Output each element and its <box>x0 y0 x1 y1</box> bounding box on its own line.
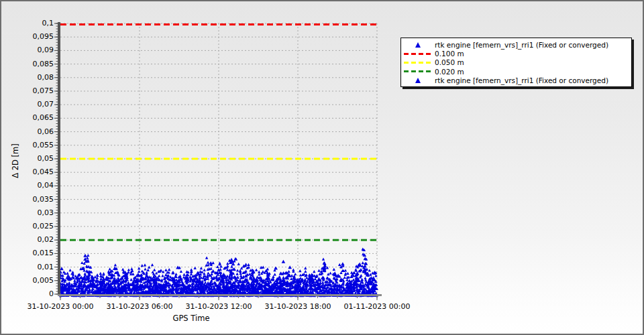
y-minor-tick <box>56 150 58 151</box>
x-minor-tick <box>278 296 278 298</box>
y-major-tick <box>54 64 58 64</box>
x-minor-tick <box>238 296 239 298</box>
y-tick-label: 0,005 <box>19 276 54 285</box>
y-minor-tick <box>56 237 58 238</box>
y-minor-tick <box>56 170 58 170</box>
y-major-tick <box>54 91 58 92</box>
y-minor-tick <box>56 155 58 156</box>
y-minor-tick <box>56 210 58 210</box>
scatter-outliers <box>60 253 367 270</box>
y-tick-label: 0,02 <box>19 235 54 245</box>
x-minor-tick <box>179 296 180 298</box>
y-major-tick <box>54 50 58 51</box>
y-minor-tick <box>56 137 58 137</box>
y-tick-label: 0,09 <box>19 46 54 55</box>
x-minor-tick <box>119 296 120 298</box>
y-minor-tick <box>56 234 58 235</box>
x-axis-title: GPS Time <box>173 314 210 323</box>
y-major-tick <box>54 172 58 173</box>
x-minor-tick <box>357 296 358 298</box>
plot-area[interactable] <box>60 23 377 294</box>
x-tick-label: 01-11-2023 00:00 <box>343 302 410 312</box>
y-minor-tick <box>56 74 58 75</box>
y-minor-tick <box>56 129 58 129</box>
y-minor-tick <box>56 107 58 108</box>
y-tick-label: 0 <box>19 289 54 299</box>
y-minor-tick <box>56 45 58 46</box>
legend-dash-icon <box>401 62 435 64</box>
legend: rtk engine [femern_vrs]_rri1 (Fixed or c… <box>400 38 632 87</box>
y-minor-tick <box>56 248 58 249</box>
y-major-tick <box>54 294 58 295</box>
y-minor-tick <box>56 123 58 124</box>
y-minor-tick <box>56 126 58 127</box>
y-minor-tick <box>56 178 58 178</box>
y-minor-tick <box>56 167 58 168</box>
y-minor-tick <box>56 218 58 218</box>
y-minor-tick <box>56 245 58 246</box>
x-minor-tick <box>159 296 160 298</box>
y-minor-tick <box>56 34 58 35</box>
y-major-tick <box>54 23 58 24</box>
y-minor-tick <box>56 40 58 40</box>
y-axis-line <box>58 22 60 296</box>
x-tick-label: 31-10-2023 18:00 <box>264 302 331 312</box>
y-minor-tick <box>56 215 58 216</box>
y-major-tick <box>54 240 58 241</box>
legend-dash-icon <box>401 53 435 55</box>
legend-triangle-icon <box>401 78 435 83</box>
y-minor-tick <box>56 223 58 224</box>
y-minor-tick <box>56 85 58 86</box>
y-minor-tick <box>56 82 58 83</box>
y-minor-tick <box>56 194 58 194</box>
y-minor-tick <box>56 31 58 32</box>
y-tick-label: 0,035 <box>19 195 54 204</box>
y-minor-tick <box>56 153 58 153</box>
y-minor-tick <box>56 243 58 243</box>
y-minor-tick <box>56 175 58 176</box>
y-minor-tick <box>56 191 58 192</box>
y-minor-tick <box>56 53 58 54</box>
y-minor-tick <box>56 61 58 62</box>
y-tick-label: 0,025 <box>19 222 54 231</box>
y-minor-tick <box>56 102 58 103</box>
y-minor-tick <box>56 220 58 221</box>
y-minor-tick <box>56 69 58 70</box>
y-major-tick <box>54 118 58 119</box>
legend-item: 0.050 m <box>401 58 631 67</box>
y-tick-label: 0,015 <box>19 249 54 258</box>
x-major-tick <box>60 296 61 300</box>
y-tick-label: 0,045 <box>19 168 54 177</box>
y-major-tick <box>54 37 58 38</box>
y-tick-label: 0,075 <box>19 86 54 96</box>
y-minor-tick <box>56 96 58 97</box>
y-minor-tick <box>56 288 58 289</box>
y-minor-tick <box>56 291 58 291</box>
y-major-tick <box>54 186 58 186</box>
y-minor-tick <box>56 264 58 265</box>
y-minor-tick <box>56 134 58 135</box>
y-minor-tick <box>56 88 58 88</box>
plot-canvas[interactable] <box>60 23 377 294</box>
y-minor-tick <box>56 180 58 181</box>
y-minor-tick <box>56 188 58 189</box>
x-minor-tick <box>258 296 259 298</box>
legend-dash-icon <box>401 70 435 72</box>
y-minor-tick <box>56 164 58 165</box>
y-major-tick <box>54 159 58 159</box>
y-tick-label: 0,08 <box>19 73 54 82</box>
y-minor-tick <box>56 259 58 259</box>
x-axis-line <box>58 294 382 296</box>
legend-item: rtk engine [femern_vrs]_rri1 (Fixed or c… <box>401 76 631 85</box>
y-major-tick <box>54 199 58 200</box>
y-minor-tick <box>56 285 58 286</box>
legend-label: 0.100 m <box>435 50 464 58</box>
y-minor-tick <box>56 94 58 94</box>
y-major-tick <box>54 131 58 132</box>
y-tick-label: 0,055 <box>19 141 54 150</box>
y-minor-tick <box>56 202 58 202</box>
y-minor-tick <box>56 113 58 113</box>
y-major-tick <box>54 253 58 254</box>
y-minor-tick <box>56 251 58 251</box>
y-minor-tick <box>56 269 58 270</box>
